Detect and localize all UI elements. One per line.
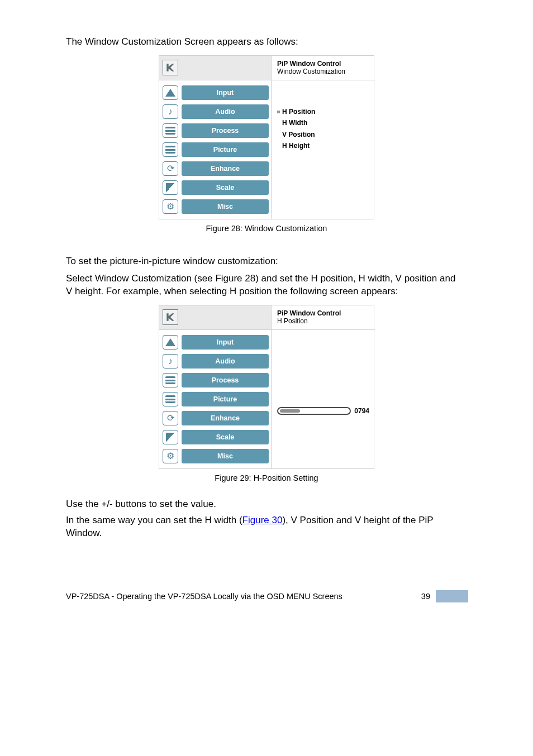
section-2-line1: Use the +/- buttons to set the value. [66, 498, 457, 511]
page-footer: VP-725DSA - Operating the VP-725DSA Loca… [66, 590, 468, 602]
enhance-icon [163, 161, 178, 176]
menu-item-scale[interactable]: Scale [163, 429, 269, 445]
h-position-value: 0794 [354, 407, 369, 415]
option-h-position[interactable]: H Position [277, 106, 369, 117]
osd-panel-2: Input Audio Process Picture Enhance Scal… [159, 305, 374, 469]
brand-logo-icon [163, 309, 178, 325]
option-h-width[interactable]: H Width [277, 117, 369, 128]
option-h-height[interactable]: H Height [277, 140, 369, 151]
menu-item-audio[interactable]: Audio [163, 353, 269, 369]
picture-icon [163, 142, 178, 157]
menu-item-picture[interactable]: Picture [163, 391, 269, 407]
menu-item-process[interactable]: Process [163, 372, 269, 388]
audio-icon [163, 104, 178, 119]
osd-header-left [159, 56, 271, 80]
menu-item-scale[interactable]: Scale [163, 180, 269, 195]
osd-subtitle: Window Customization [277, 68, 369, 75]
footer-text: VP-725DSA - Operating the VP-725DSA Loca… [66, 592, 342, 601]
option-v-position[interactable]: V Position [277, 129, 369, 140]
menu-item-input[interactable]: Input [163, 334, 269, 350]
osd-subtitle-2: H Position [277, 317, 369, 325]
intro-text: The Window Customization Screen appears … [66, 36, 457, 49]
osd-menu: Input Audio Process Picture Enhance Scal… [159, 80, 271, 219]
input-icon [163, 85, 178, 100]
options-list: H Position H Width V Position H Height [272, 80, 375, 243]
audio-icon [163, 354, 178, 369]
h-position-slider[interactable] [277, 407, 351, 415]
misc-icon [163, 449, 178, 463]
menu-item-audio[interactable]: Audio [163, 104, 269, 119]
brand-logo-icon [163, 60, 178, 75]
section-1-heading: To set the picture-in-picture window cus… [66, 255, 457, 268]
menu-item-enhance[interactable]: Enhance [163, 410, 269, 426]
page-badge [436, 590, 468, 602]
scale-icon [163, 430, 178, 444]
page-number: 39 [421, 592, 430, 601]
process-icon [163, 123, 178, 138]
menu-item-misc[interactable]: Misc [163, 199, 269, 214]
menu-item-input[interactable]: Input [163, 85, 269, 101]
section-1-body: Select Window Customization (see Figure … [66, 272, 457, 298]
osd-menu-2: Input Audio Process Picture Enhance Scal… [159, 330, 271, 468]
osd-title: PiP Window Control [277, 60, 369, 68]
osd-header-left-2 [159, 305, 271, 330]
osd-header-right: PiP Window Control Window Customization [272, 56, 375, 80]
figure-1: Input Audio Process Picture Enhance Scal… [159, 55, 374, 233]
figure-2: Input Audio Process Picture Enhance Scal… [159, 305, 374, 482]
figure-30-link[interactable]: Figure 30 [242, 515, 283, 525]
process-icon [163, 373, 178, 387]
selected-bullet-icon [277, 111, 280, 113]
menu-item-enhance[interactable]: Enhance [163, 161, 269, 176]
menu-item-picture[interactable]: Picture [163, 142, 269, 157]
menu-item-process[interactable]: Process [163, 123, 269, 138]
osd-title-2: PiP Window Control [277, 309, 369, 317]
scale-icon [163, 180, 178, 195]
osd-header-right-2: PiP Window Control H Position [272, 305, 375, 330]
slider-panel: 0794 [272, 330, 375, 493]
osd-panel-1: Input Audio Process Picture Enhance Scal… [159, 55, 374, 219]
picture-icon [163, 392, 178, 406]
enhance-icon [163, 411, 178, 425]
input-icon [163, 335, 178, 350]
section-2-line2: In the same way you can set the H width … [66, 514, 457, 540]
misc-icon [163, 199, 178, 214]
menu-item-misc[interactable]: Misc [163, 448, 269, 464]
